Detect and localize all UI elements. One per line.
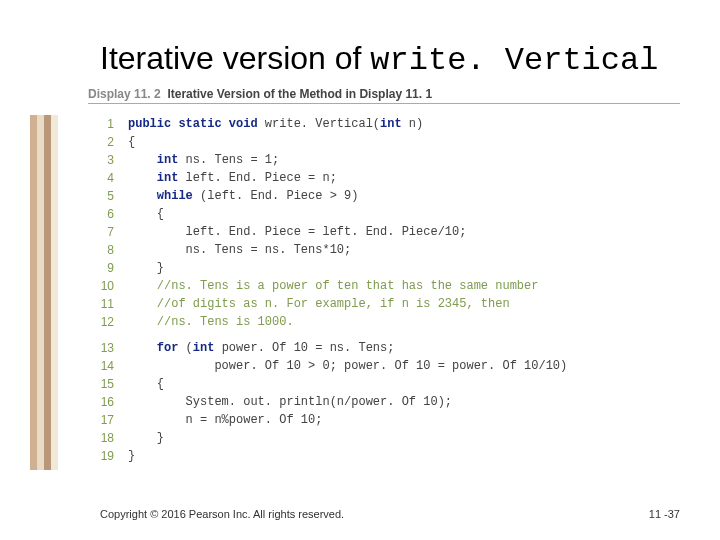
code-line: { bbox=[128, 205, 164, 223]
line-number: 6 bbox=[88, 205, 114, 223]
code-line: for (int power. Of 10 = ns. Tens; bbox=[128, 339, 394, 357]
page-number: 11 -37 bbox=[649, 508, 680, 520]
line-number: 16 bbox=[88, 393, 114, 411]
title-text: Iterative version of bbox=[100, 40, 370, 76]
decorative-stripes bbox=[30, 115, 58, 470]
code-line: } bbox=[128, 259, 164, 277]
display-header: Display 11. 2 Iterative Version of the M… bbox=[88, 87, 680, 104]
line-number: 10 bbox=[88, 277, 114, 295]
line-number: 4 bbox=[88, 169, 114, 187]
line-number: 14 bbox=[88, 357, 114, 375]
line-number: 7 bbox=[88, 223, 114, 241]
code-line: //of digits as n. For example, if n is 2… bbox=[128, 295, 510, 313]
copyright: Copyright © 2016 Pearson Inc. All rights… bbox=[100, 508, 344, 520]
code-line: ns. Tens = ns. Tens*10; bbox=[128, 241, 351, 259]
line-number: 15 bbox=[88, 375, 114, 393]
code-line: power. Of 10 > 0; power. Of 10 = power. … bbox=[128, 357, 567, 375]
code-line: while (left. End. Piece > 9) bbox=[128, 187, 358, 205]
code-line: public static void write. Vertical(int n… bbox=[128, 115, 423, 133]
line-number: 5 bbox=[88, 187, 114, 205]
line-number: 18 bbox=[88, 429, 114, 447]
line-number: 17 bbox=[88, 411, 114, 429]
line-number: 12 bbox=[88, 313, 114, 331]
code-line: } bbox=[128, 429, 164, 447]
code-line: { bbox=[128, 375, 164, 393]
code-line: //ns. Tens is a power of ten that has th… bbox=[128, 277, 538, 295]
code-line: System. out. println(n/power. Of 10); bbox=[128, 393, 452, 411]
line-number: 9 bbox=[88, 259, 114, 277]
code-line: { bbox=[128, 133, 135, 151]
display-title: Iterative Version of the Method in Displ… bbox=[167, 87, 432, 101]
line-number: 2 bbox=[88, 133, 114, 151]
slide: Iterative version of write. Vertical Dis… bbox=[0, 0, 720, 540]
code-line: int ns. Tens = 1; bbox=[128, 151, 279, 169]
code-line: } bbox=[128, 447, 135, 465]
code-line: n = n%power. Of 10; bbox=[128, 411, 322, 429]
line-number: 13 bbox=[88, 339, 114, 357]
code-line: left. End. Piece = left. End. Piece/10; bbox=[128, 223, 466, 241]
line-number: 11 bbox=[88, 295, 114, 313]
slide-title: Iterative version of write. Vertical bbox=[100, 40, 658, 79]
code-line: int left. End. Piece = n; bbox=[128, 169, 337, 187]
code-line: //ns. Tens is 1000. bbox=[128, 313, 294, 331]
line-number: 3 bbox=[88, 151, 114, 169]
line-number: 19 bbox=[88, 447, 114, 465]
line-number: 8 bbox=[88, 241, 114, 259]
line-number: 1 bbox=[88, 115, 114, 133]
display-label: Display 11. 2 bbox=[88, 87, 161, 101]
title-code: write. Vertical bbox=[370, 42, 658, 79]
